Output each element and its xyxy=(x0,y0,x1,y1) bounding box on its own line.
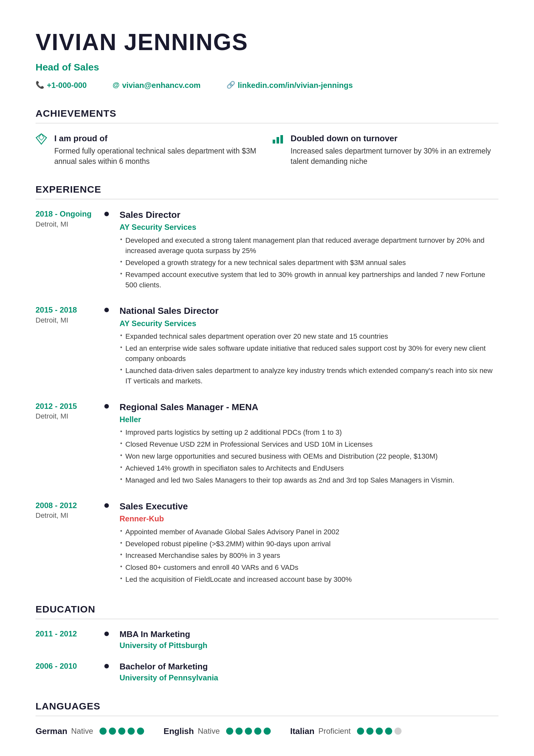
exp-company-1: AY Security Services xyxy=(119,222,498,233)
lang-dot-e1 xyxy=(226,728,233,735)
experience-heading: EXPERIENCE xyxy=(36,183,498,200)
achievement-icon-1 xyxy=(36,133,48,149)
linkedin-url: linkedin.com/in/vivian-jennings xyxy=(238,80,353,91)
achievement-item-1: I am proud of Formed fully operational t… xyxy=(36,132,262,167)
achievement-desc-2: Increased sales department turnover by 3… xyxy=(291,146,499,167)
exp-location-1: Detroit, MI xyxy=(36,220,100,230)
achievements-grid: I am proud of Formed fully operational t… xyxy=(36,132,498,167)
edu-school-2: University of Pennsylvania xyxy=(119,672,498,683)
achievement-text-2: Doubled down on turnover Increased sales… xyxy=(291,132,499,167)
exp-bullet-3-5: Managed and led two Sales Managers to th… xyxy=(119,475,498,485)
contact-row: 📞 +1-000-000 @ vivian@enhancv.com 🔗 link… xyxy=(36,80,498,91)
email-address: vivian@enhancv.com xyxy=(122,80,201,91)
exp-row-4: 2008 - 2012 Detroit, MI Sales Executive … xyxy=(36,500,498,586)
exp-bullet-1-2: Developed a growth strategy for a new te… xyxy=(119,257,498,268)
exp-dot-1 xyxy=(100,208,113,216)
lang-dots-italian xyxy=(357,728,401,735)
achievement-title-2: Doubled down on turnover xyxy=(291,132,499,144)
exp-bullet-1-1: Developed and executed a strong talent m… xyxy=(119,235,498,256)
phone-number: +1-000-000 xyxy=(47,80,87,91)
exp-bullet-4-3: Increased Merchandise sales by 800% in 3… xyxy=(119,551,498,561)
exp-row-2: 2015 - 2018 Detroit, MI National Sales D… xyxy=(36,305,498,388)
exp-bullet-2-1: Expanded technical sales department oper… xyxy=(119,331,498,342)
exp-location-4: Detroit, MI xyxy=(36,511,100,521)
lang-dot-2 xyxy=(109,728,116,735)
exp-date-col-1: 2018 - Ongoing Detroit, MI xyxy=(36,208,100,229)
lang-dot-i2 xyxy=(366,728,373,735)
exp-row-1: 2018 - Ongoing Detroit, MI Sales Directo… xyxy=(36,208,498,291)
linkedin-icon: 🔗 xyxy=(226,80,235,90)
edu-date-col-1: 2011 - 2012 xyxy=(36,628,100,639)
exp-bullet-4-2: Developed robust pipeline (>$3.2MM) with… xyxy=(119,539,498,549)
exp-dot-4 xyxy=(100,500,113,508)
exp-date-col-2: 2015 - 2018 Detroit, MI xyxy=(36,305,100,325)
exp-row-3: 2012 - 2015 Detroit, MI Regional Sales M… xyxy=(36,401,498,487)
lang-dot-1 xyxy=(99,728,107,735)
email-icon: @ xyxy=(113,80,119,90)
achievements-section: ACHIEVEMENTS I am proud of Formed fully … xyxy=(36,107,498,167)
languages-row: German Native English Native xyxy=(36,725,498,737)
exp-timeline-dot-3 xyxy=(104,404,109,409)
exp-timeline-dot-2 xyxy=(104,308,109,312)
education-heading: EDUCATION xyxy=(36,603,498,619)
exp-dates-2: 2015 - 2018 xyxy=(36,305,100,315)
exp-dates-3: 2012 - 2015 xyxy=(36,401,100,412)
lang-level-german: Native xyxy=(71,726,93,737)
exp-content-1: Sales Director AY Security Services Deve… xyxy=(113,208,498,291)
exp-dates-1: 2018 - Ongoing xyxy=(36,208,100,220)
exp-company-4: Renner-Kub xyxy=(119,513,498,524)
svg-rect-4 xyxy=(280,135,283,144)
lang-dot-i5 xyxy=(394,728,401,735)
exp-job-title-4: Sales Executive xyxy=(119,500,498,513)
exp-content-3: Regional Sales Manager - MENA Heller Imp… xyxy=(113,401,498,487)
exp-bullet-4-4: Closed 80+ customers and enroll 40 VARs … xyxy=(119,562,498,573)
job-title: Head of Sales xyxy=(36,61,498,74)
achievement-item-2: Doubled down on turnover Increased sales… xyxy=(272,132,499,167)
achievement-title-1: I am proud of xyxy=(54,132,262,144)
edu-dates-2: 2006 - 2010 xyxy=(36,661,100,672)
exp-job-title-1: Sales Director xyxy=(119,208,498,221)
edu-row-2: 2006 - 2010 Bachelor of Marketing Univer… xyxy=(36,661,498,683)
lang-level-english: Native xyxy=(198,726,220,737)
svg-marker-0 xyxy=(36,134,46,144)
lang-dots-german xyxy=(99,728,144,735)
lang-dot-e2 xyxy=(236,728,242,735)
languages-heading: LANGUAGES xyxy=(36,699,498,716)
linkedin-contact: 🔗 linkedin.com/in/vivian-jennings xyxy=(226,80,353,91)
education-section: EDUCATION 2011 - 2012 MBA In Marketing U… xyxy=(36,603,498,683)
lang-dot-i1 xyxy=(357,728,364,735)
edu-dates-1: 2011 - 2012 xyxy=(36,628,100,639)
exp-timeline-dot-4 xyxy=(104,503,109,508)
lang-dot-3 xyxy=(118,728,125,735)
exp-bullet-3-3: Won new large opportunities and secured … xyxy=(119,451,498,462)
lang-dot-i3 xyxy=(376,728,383,735)
lang-dots-english xyxy=(226,728,271,735)
edu-date-col-2: 2006 - 2010 xyxy=(36,661,100,672)
exp-dot-3 xyxy=(100,401,113,409)
lang-name-english: English xyxy=(164,725,194,737)
phone-icon: 📞 xyxy=(36,80,44,90)
phone-contact: 📞 +1-000-000 xyxy=(36,80,87,91)
language-item-english: English Native xyxy=(164,725,271,737)
edu-timeline-dot-2 xyxy=(104,664,109,668)
svg-rect-3 xyxy=(276,137,279,144)
exp-company-3: Heller xyxy=(119,414,498,425)
lang-dot-e4 xyxy=(254,728,261,735)
exp-company-2: AY Security Services xyxy=(119,318,498,329)
edu-content-2: Bachelor of Marketing University of Penn… xyxy=(113,661,498,683)
achievement-desc-1: Formed fully operational technical sales… xyxy=(54,146,262,167)
exp-bullet-3-2: Closed Revenue USD 22M in Professional S… xyxy=(119,439,498,449)
edu-content-1: MBA In Marketing University of Pittsburg… xyxy=(113,628,498,651)
achievement-icon-2 xyxy=(272,133,285,149)
exp-bullet-2-3: Launched data-driven sales department to… xyxy=(119,365,498,386)
edu-dot-2 xyxy=(100,661,113,668)
exp-bullets-3: Improved parts logistics by setting up 2… xyxy=(119,427,498,485)
exp-bullets-2: Expanded technical sales department oper… xyxy=(119,331,498,386)
email-contact: @ vivian@enhancv.com xyxy=(113,80,201,91)
exp-bullet-4-5: Led the acquisition of FieldLocate and i… xyxy=(119,574,498,585)
exp-bullet-1-3: Revamped account executive system that l… xyxy=(119,270,498,290)
edu-degree-1: MBA In Marketing xyxy=(119,628,498,640)
exp-content-4: Sales Executive Renner-Kub Appointed mem… xyxy=(113,500,498,586)
exp-bullets-4: Appointed member of Avanade Global Sales… xyxy=(119,527,498,585)
lang-dot-5 xyxy=(137,728,144,735)
